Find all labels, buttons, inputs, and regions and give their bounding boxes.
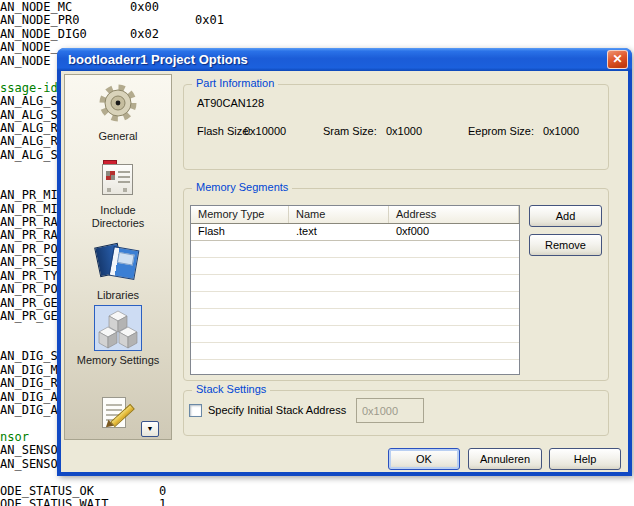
sidebar-item-label: General xyxy=(75,130,161,143)
group-title: Part Information xyxy=(192,77,278,89)
table-row[interactable]: Flash .text 0xf000 xyxy=(191,224,519,241)
cancel-button[interactable]: Annuleren xyxy=(468,448,542,470)
code-line: ODE_STATUS_OK 0 xyxy=(0,485,634,498)
help-button[interactable]: Help xyxy=(549,448,621,470)
gear-icon xyxy=(94,81,142,127)
dialog-client-area: General Include Directories Libraries xyxy=(61,71,628,472)
sidebar-item-label: Memory Settings xyxy=(75,354,161,367)
include-directories-icon xyxy=(94,155,142,201)
sidebar-item-general[interactable]: General xyxy=(65,81,171,143)
close-button[interactable]: ✕ xyxy=(607,50,628,69)
remove-button[interactable]: Remove xyxy=(529,234,602,256)
group-title: Memory Segments xyxy=(192,181,292,193)
code-line: AN_NODE_DIG0 0x02 xyxy=(0,28,634,41)
stack-address-checkbox-label[interactable]: Specify Initial Stack Address xyxy=(208,404,346,416)
eeprom-size-label: Eeprom Size: xyxy=(468,125,534,137)
eeprom-size-value: 0x1000 xyxy=(543,125,579,137)
code-line: ODE_STATUS_WAIT 1 xyxy=(0,498,634,506)
part-information-group: Part Information AT90CAN128 Flash Size: … xyxy=(183,84,609,170)
sidebar-item-include-directories[interactable]: Include Directories xyxy=(65,155,171,230)
dialog-title: bootloaderr1 Project Options xyxy=(68,52,248,67)
ok-button[interactable]: OK xyxy=(388,448,460,470)
table-empty-area xyxy=(191,241,519,375)
table-empty-row xyxy=(191,292,519,309)
cell-memory-type: Flash xyxy=(191,224,289,240)
scroll-down-button[interactable]: ▼ xyxy=(141,421,159,437)
table-empty-row xyxy=(191,241,519,258)
stack-address-input xyxy=(356,398,424,423)
code-line: AN_NODE_PR0 0x01 xyxy=(0,14,634,27)
books-icon xyxy=(94,240,142,286)
table-empty-row xyxy=(191,275,519,292)
sidebar-item-label: Libraries xyxy=(75,289,161,302)
stack-address-checkbox[interactable] xyxy=(189,404,202,417)
header-cell-name[interactable]: Name xyxy=(289,206,389,223)
header-cell-address[interactable]: Address xyxy=(389,206,519,223)
sram-size-label: Sram Size: xyxy=(323,125,377,137)
flash-size-value: 0x10000 xyxy=(244,125,286,137)
add-button[interactable]: Add xyxy=(529,205,602,227)
edit-pencil-icon xyxy=(94,391,142,437)
segments-table: Memory Type Name Address Flash .text 0xf… xyxy=(190,205,520,375)
sidebar-item-label: Include Directories xyxy=(75,204,161,230)
memory-segments-group: Memory Segments Memory Type Name Address… xyxy=(183,188,609,381)
table-empty-row xyxy=(191,258,519,275)
table-header: Memory Type Name Address xyxy=(191,206,519,224)
table-empty-row xyxy=(191,343,519,360)
stack-settings-group: Stack Settings Specify Initial Stack Add… xyxy=(183,390,609,436)
project-options-dialog: bootloaderr1 Project Options ✕ General xyxy=(57,48,632,476)
category-sidebar: General Include Directories Libraries xyxy=(64,74,172,440)
device-name: AT90CAN128 xyxy=(197,97,264,109)
table-empty-row xyxy=(191,326,519,343)
header-cell-memory-type[interactable]: Memory Type xyxy=(191,206,289,223)
sidebar-item-libraries[interactable]: Libraries xyxy=(65,240,171,302)
cubes-icon xyxy=(94,305,142,351)
table-empty-row xyxy=(191,309,519,326)
group-title: Stack Settings xyxy=(192,383,270,395)
dialog-titlebar[interactable]: bootloaderr1 Project Options ✕ xyxy=(57,48,632,71)
sram-size-value: 0x1000 xyxy=(386,125,422,137)
cell-address: 0xf000 xyxy=(389,224,519,240)
code-line: AN_NODE_MC 0x00 xyxy=(0,1,634,14)
sidebar-item-memory-settings[interactable]: Memory Settings xyxy=(65,305,171,367)
table-empty-row xyxy=(191,360,519,375)
chevron-down-icon: ▼ xyxy=(147,425,154,432)
close-icon: ✕ xyxy=(612,52,622,66)
cell-name: .text xyxy=(289,224,389,240)
